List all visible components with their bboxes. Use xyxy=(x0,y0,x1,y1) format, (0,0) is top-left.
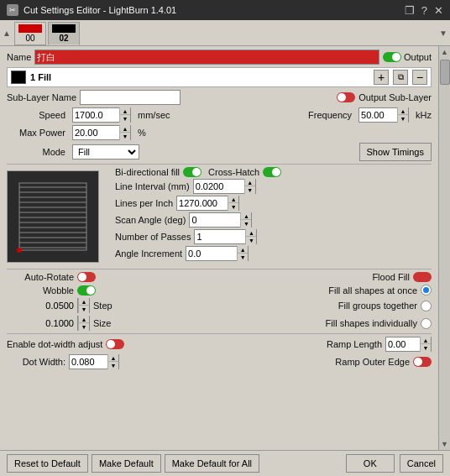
speed-up[interactable]: ▲ xyxy=(120,107,130,115)
fill-all-option[interactable]: Fill all shapes at once xyxy=(328,285,432,296)
power-unit: % xyxy=(138,128,146,138)
fill-individual-radio[interactable] xyxy=(421,318,432,329)
output-sublayer-label: Output Sub-Layer xyxy=(358,92,432,102)
angle-increment-down[interactable]: ▼ xyxy=(238,254,248,261)
line-interval-input[interactable]: ▲ ▼ xyxy=(193,179,256,194)
dot-width-up[interactable]: ▲ xyxy=(108,354,118,362)
power-down[interactable]: ▼ xyxy=(120,133,130,140)
auto-rotate-toggle[interactable] xyxy=(77,272,96,282)
freq-input[interactable]: ▲ ▼ xyxy=(358,107,409,123)
make-default-all-button[interactable]: Make Default for All xyxy=(165,454,259,473)
reset-to-default-button[interactable]: Reset to Default xyxy=(7,454,88,473)
scroll-up-arrow[interactable]: ▲ xyxy=(441,48,448,56)
wobble-toggle[interactable] xyxy=(77,285,96,296)
tab-scroll-up[interactable]: ▲ xyxy=(0,20,13,45)
mode-select[interactable]: Fill xyxy=(72,144,139,160)
help-button[interactable]: ? xyxy=(421,4,427,17)
scan-angle-value[interactable] xyxy=(190,213,240,227)
output-sublayer-toggle[interactable] xyxy=(337,92,355,102)
power-input[interactable]: ▲ ▼ xyxy=(72,125,131,140)
size-down[interactable]: ▼ xyxy=(79,323,89,331)
num-passes-value[interactable] xyxy=(195,230,245,243)
scrollbar[interactable]: ▲ ▼ xyxy=(438,46,450,450)
num-passes-down[interactable]: ▼ xyxy=(246,237,256,244)
dot-width-input[interactable]: ▲ ▼ xyxy=(69,354,119,369)
dot-width-value[interactable] xyxy=(70,355,107,369)
add-layer-button[interactable]: + xyxy=(374,70,389,85)
layer-tab-02[interactable]: 02 xyxy=(48,22,80,45)
hatch-svg xyxy=(15,179,91,254)
dot-width-ramp-row: Enable dot-width adjust Ramp Length ▲ ▼ xyxy=(7,337,432,352)
line-interval-up[interactable]: ▲ xyxy=(245,179,255,186)
num-passes-up[interactable]: ▲ xyxy=(246,229,256,237)
cancel-button[interactable]: Cancel xyxy=(400,454,443,473)
line-interval-label: Line Interval (mm) xyxy=(115,181,190,191)
angle-increment-input[interactable]: ▲ ▼ xyxy=(186,246,249,261)
size-input[interactable]: ▲ ▼ xyxy=(77,316,90,331)
bi-dir-toggle[interactable] xyxy=(183,167,201,177)
dup-layer-button[interactable]: ⧉ xyxy=(393,70,408,85)
remove-layer-button[interactable]: − xyxy=(412,70,427,85)
fill-groups-option[interactable]: Fill groups together xyxy=(338,301,432,311)
line-interval-down[interactable]: ▼ xyxy=(245,186,255,194)
step-up[interactable]: ▲ xyxy=(79,298,89,306)
freq-value[interactable] xyxy=(359,108,397,122)
show-timings-button[interactable]: Show Timings xyxy=(359,143,432,161)
angle-increment-up[interactable]: ▲ xyxy=(238,246,248,254)
svg-point-15 xyxy=(17,248,22,253)
fill-individual-label: Fill shapes individually xyxy=(326,318,417,328)
num-passes-input[interactable]: ▲ ▼ xyxy=(194,229,257,244)
angle-increment-value[interactable] xyxy=(186,247,237,260)
sublayer-row: Sub-Layer Name Output Sub-Layer xyxy=(7,90,432,105)
scroll-thumb[interactable] xyxy=(440,60,450,85)
line-interval-value[interactable] xyxy=(194,180,244,193)
sublayer-input[interactable] xyxy=(80,90,181,105)
scroll-down-arrow[interactable]: ▼ xyxy=(441,440,448,448)
ramp-outer-edge-toggle[interactable] xyxy=(413,357,432,367)
power-label: Max Power xyxy=(7,128,65,138)
freq-down[interactable]: ▼ xyxy=(398,115,408,123)
step-down[interactable]: ▼ xyxy=(79,306,89,313)
layer-color-02 xyxy=(52,24,76,33)
power-value[interactable] xyxy=(73,126,119,139)
max-restore-button[interactable]: ❐ xyxy=(405,4,415,17)
lines-per-inch-up[interactable]: ▲ xyxy=(228,196,238,203)
tab-scroll-down[interactable]: ▼ xyxy=(437,20,450,45)
right-fill-settings: Bi-directional fill Cross-Hatch Line Int… xyxy=(108,167,432,266)
ramp-length-up[interactable]: ▲ xyxy=(421,337,431,344)
ramp-length-value[interactable] xyxy=(386,337,420,351)
auto-rotate-label: Auto-Rotate xyxy=(7,272,74,282)
fill-individual-option[interactable]: Fill shapes individually xyxy=(326,318,432,329)
scan-angle-input[interactable]: ▲ ▼ xyxy=(189,212,252,228)
scan-angle-up[interactable]: ▲ xyxy=(241,212,251,220)
ramp-length-input[interactable]: ▲ ▼ xyxy=(385,337,432,352)
lines-per-inch-value[interactable] xyxy=(177,196,228,210)
speed-input[interactable]: ▲ ▼ xyxy=(72,107,131,123)
size-up[interactable]: ▲ xyxy=(79,316,89,323)
ok-button[interactable]: OK xyxy=(346,454,395,473)
speed-value[interactable] xyxy=(73,108,119,122)
bi-dir-row: Bi-directional fill Cross-Hatch xyxy=(115,167,432,177)
layer-tab-00[interactable]: 00 xyxy=(14,22,46,45)
mode-row: Mode Fill Show Timings xyxy=(7,143,432,161)
freq-up[interactable]: ▲ xyxy=(398,107,408,115)
fill-all-radio[interactable] xyxy=(421,285,432,296)
output-toggle-switch[interactable] xyxy=(383,52,401,62)
scan-angle-down[interactable]: ▼ xyxy=(241,220,251,228)
step-input[interactable]: ▲ ▼ xyxy=(77,298,90,313)
name-input[interactable] xyxy=(34,50,379,65)
ramp-length-down[interactable]: ▼ xyxy=(421,344,431,352)
output-label: Output xyxy=(404,52,432,62)
cross-hatch-toggle[interactable] xyxy=(263,167,281,177)
make-default-button[interactable]: Make Default xyxy=(92,454,161,473)
lines-per-inch-down[interactable]: ▼ xyxy=(228,203,238,211)
flood-fill-toggle[interactable] xyxy=(413,272,432,282)
speed-down[interactable]: ▼ xyxy=(120,115,130,123)
lines-per-inch-input[interactable]: ▲ ▼ xyxy=(176,196,239,211)
ramp-outer-edge-label: Ramp Outer Edge xyxy=(335,357,410,367)
fill-groups-radio[interactable] xyxy=(421,301,432,311)
dot-width-down[interactable]: ▼ xyxy=(108,362,118,369)
dot-width-toggle[interactable] xyxy=(106,339,124,349)
close-button[interactable]: ✕ xyxy=(434,4,443,17)
power-up[interactable]: ▲ xyxy=(120,125,130,133)
